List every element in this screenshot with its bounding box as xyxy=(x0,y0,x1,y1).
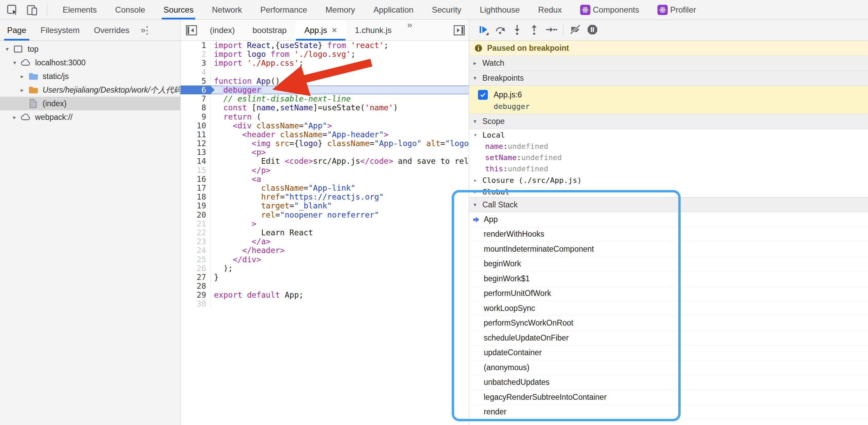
call-stack-frame-renderwithhooks[interactable]: renderWithHooks xyxy=(469,227,868,242)
line-number[interactable]: 13 xyxy=(181,148,211,157)
line-number[interactable]: 17 xyxy=(181,184,211,192)
line-number[interactable]: 28 xyxy=(181,282,211,290)
step-into-button[interactable] xyxy=(509,22,526,39)
call-stack-frame-render[interactable]: render xyxy=(469,405,868,420)
breakpoint-checkbox[interactable] xyxy=(478,90,488,100)
step-out-button[interactable] xyxy=(526,22,543,39)
call-stack-frame-unbatchedupdates[interactable]: unbatchedUpdates xyxy=(469,375,868,390)
tree-item-users-hejialiang-desktop-work[interactable]: ▸Users/hejialiang/Desktop/work/个人代码 xyxy=(0,83,180,97)
file-tab-bootstrap[interactable]: bootstrap xyxy=(244,20,295,41)
tab-performance[interactable]: Performance xyxy=(251,0,316,19)
line-number[interactable]: 25 xyxy=(181,255,211,264)
line-number[interactable]: 20 xyxy=(181,210,211,219)
call-stack-frame-scheduleupdateonfiber[interactable]: scheduleUpdateOnFiber xyxy=(469,331,868,346)
line-number[interactable]: 23 xyxy=(181,237,211,246)
line-number[interactable]: 19 xyxy=(181,201,211,210)
call-stack-frame-workloopsync[interactable]: workLoopSync xyxy=(469,301,868,316)
watch-section-header[interactable]: ▸ Watch xyxy=(469,56,868,71)
expander-closed-icon[interactable]: ▸ xyxy=(18,86,27,94)
line-number[interactable]: 6 xyxy=(181,85,211,94)
tab-security[interactable]: Security xyxy=(423,0,471,19)
file-tab-index[interactable]: (index) xyxy=(201,20,244,41)
navigator-tab-overrides[interactable]: Overrides xyxy=(87,20,137,41)
call-stack-frame-updatecontainer[interactable]: updateContainer xyxy=(469,346,868,361)
navigator-tab-page[interactable]: Page xyxy=(0,20,33,41)
line-number[interactable]: 1 xyxy=(181,41,211,50)
call-stack-frame-performsyncworkonroot[interactable]: performSyncWorkOnRoot xyxy=(469,316,868,331)
scope-global[interactable]: ▸Global xyxy=(469,186,868,198)
line-number[interactable]: 30 xyxy=(181,299,211,308)
line-number[interactable]: 10 xyxy=(181,121,211,130)
line-number[interactable]: 11 xyxy=(181,130,211,139)
line-number[interactable]: 24 xyxy=(181,246,211,255)
tree-item-webpack[interactable]: ▸webpack:// xyxy=(0,110,180,124)
file-tab-app-js[interactable]: App.js× xyxy=(295,20,346,41)
scope-closure-src-app-js[interactable]: ▸Closure (./src/App.js) xyxy=(469,174,868,186)
line-number[interactable]: 8 xyxy=(181,103,211,112)
scope-section-header[interactable]: ▾ Scope xyxy=(469,114,868,129)
line-number[interactable]: 7 xyxy=(181,94,211,103)
tab-redux[interactable]: Redux xyxy=(529,0,571,19)
tab-elements[interactable]: Elements xyxy=(53,0,106,19)
deactivate-breakpoints-button[interactable] xyxy=(567,22,584,39)
line-number[interactable]: 4 xyxy=(181,68,211,77)
call-stack-frame-app[interactable]: App xyxy=(469,212,868,227)
line-number[interactable]: 3 xyxy=(181,59,211,67)
tab-lighthouse[interactable]: Lighthouse xyxy=(470,0,529,19)
line-number[interactable]: 9 xyxy=(181,112,211,121)
call-stack-frame-performunitofwork[interactable]: performUnitOfWork xyxy=(469,286,868,301)
call-stack-frame-anonymous[interactable]: (anonymous) xyxy=(469,360,868,375)
line-number[interactable]: 18 xyxy=(181,192,211,201)
device-toolbar-icon[interactable] xyxy=(25,2,40,17)
line-number[interactable]: 2 xyxy=(181,50,211,59)
call-stack-frame-beginwork[interactable]: beginWork xyxy=(469,257,868,272)
line-number[interactable]: 14 xyxy=(181,157,211,166)
file-tab-1-chunk-js[interactable]: 1.chunk.js xyxy=(346,20,401,41)
line-number[interactable]: 27 xyxy=(181,273,211,282)
tab-console[interactable]: Console xyxy=(106,0,154,19)
call-stack-frame-beginwork-1[interactable]: beginWork$1 xyxy=(469,271,868,286)
step-button[interactable] xyxy=(543,22,560,39)
call-stack-frame-mountindeterminatecomponent[interactable]: mountIndeterminateComponent xyxy=(469,242,868,257)
expander-open-icon[interactable]: ▾ xyxy=(3,46,12,53)
scope-local[interactable]: ▾Local xyxy=(469,129,868,141)
file-tabs-overflow-chevron[interactable]: » xyxy=(401,20,419,41)
navigator-tab-filesystem[interactable]: Filesystem xyxy=(33,20,87,41)
line-number[interactable]: 22 xyxy=(181,228,211,237)
line-number[interactable]: 29 xyxy=(181,290,211,299)
tab-components[interactable]: Components xyxy=(571,0,648,19)
scope-prop-this[interactable]: this: undefined xyxy=(469,163,868,174)
tree-item-index[interactable]: (index) xyxy=(0,97,180,110)
tab-profiler[interactable]: Profiler xyxy=(648,0,705,19)
expander-open-icon[interactable]: ▾ xyxy=(10,59,19,66)
line-number[interactable]: 21 xyxy=(181,219,211,228)
tab-application[interactable]: Application xyxy=(364,0,422,19)
inspect-icon[interactable] xyxy=(5,2,20,17)
call-stack-section-header[interactable]: ▾ Call Stack xyxy=(469,197,868,212)
scope-prop-setname[interactable]: setName: undefined xyxy=(469,152,868,163)
scope-prop-name[interactable]: name: undefined xyxy=(469,141,868,152)
tree-item-static-js[interactable]: ▸static/js xyxy=(0,69,180,83)
pause-on-exceptions-button[interactable] xyxy=(584,22,601,39)
line-number[interactable]: 5 xyxy=(181,77,211,85)
tab-network[interactable]: Network xyxy=(203,0,251,19)
tab-memory[interactable]: Memory xyxy=(316,0,365,19)
line-number[interactable]: 15 xyxy=(181,166,211,175)
tab-sources[interactable]: Sources xyxy=(154,0,203,19)
breakpoints-section-header[interactable]: ▾ Breakpoints xyxy=(469,71,868,86)
step-over-button[interactable] xyxy=(492,22,509,39)
close-icon[interactable]: × xyxy=(331,26,337,35)
expander-closed-icon[interactable]: ▸ xyxy=(18,73,27,80)
tree-item-top[interactable]: ▾top xyxy=(0,42,180,56)
panel-right-toggle-icon[interactable] xyxy=(452,23,467,38)
line-number[interactable]: 26 xyxy=(181,264,211,273)
breakpoint-entry[interactable]: App.js:6 debugger xyxy=(469,86,868,114)
tree-item-localhost-3000[interactable]: ▾localhost:3000 xyxy=(0,56,180,69)
resume-button[interactable] xyxy=(475,22,492,39)
call-stack-frame-legacyrendersubtreeintocontainer[interactable]: legacyRenderSubtreeIntoContainer xyxy=(469,390,868,405)
panel-left-toggle-icon[interactable] xyxy=(184,23,199,38)
expander-closed-icon[interactable]: ▸ xyxy=(10,114,19,121)
line-number[interactable]: 16 xyxy=(181,175,211,184)
navigator-menu-icon[interactable]: ⋮ xyxy=(141,24,153,36)
line-number[interactable]: 12 xyxy=(181,139,211,148)
